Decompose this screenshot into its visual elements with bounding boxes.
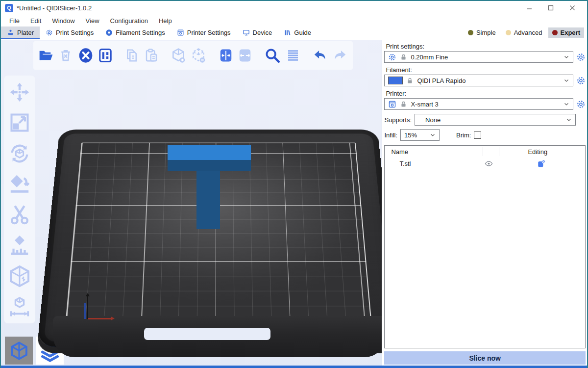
split-parts-icon: [238, 47, 252, 64]
cut-button[interactable]: [8, 203, 31, 227]
variable-layer-height-button[interactable]: [285, 45, 300, 66]
scale-button[interactable]: [8, 111, 31, 134]
printer-label: Printer:: [386, 90, 584, 97]
view-3d-editor-button[interactable]: [5, 337, 33, 365]
add-instance-icon: [171, 47, 186, 64]
z-axis-arrow: [87, 294, 88, 319]
window-title: *Untitled - QIDISlicer-1.0.2: [17, 4, 92, 12]
gear-icon: [576, 100, 586, 109]
column-separator: [499, 147, 499, 156]
close-button[interactable]: [562, 1, 583, 14]
model-front-face: [168, 160, 251, 171]
maximize-button[interactable]: [540, 1, 562, 14]
chevron-down-icon: [564, 101, 569, 107]
open-button[interactable]: [38, 45, 54, 66]
chevron-down-icon: [566, 117, 572, 123]
supports-combo[interactable]: None: [415, 114, 576, 126]
menu-help[interactable]: Help: [153, 16, 177, 26]
mode-expert[interactable]: Expert: [548, 27, 584, 38]
column-name: Name: [391, 148, 408, 156]
lock-icon: [400, 101, 407, 108]
tab-device[interactable]: Device: [237, 26, 278, 39]
menu-configuration[interactable]: Configuration: [105, 16, 153, 26]
filament-gear-button[interactable]: [576, 76, 586, 85]
delete-button[interactable]: [58, 45, 74, 66]
remove-instance-icon: [191, 47, 206, 64]
visibility-eye-icon[interactable]: [485, 160, 493, 167]
menu-edit[interactable]: Edit: [25, 16, 47, 26]
delete-all-button[interactable]: [78, 45, 94, 66]
expert-dot-icon: [552, 30, 558, 35]
sidebar: Print settings: 0.20mm Fine Filament: QI…: [382, 40, 587, 366]
print-settings-label: Print settings:: [386, 43, 584, 50]
top-toolbar: [33, 41, 353, 70]
split-to-parts-button[interactable]: [238, 45, 253, 66]
supports-label: Supports:: [384, 116, 412, 124]
add-instance-button[interactable]: [171, 45, 186, 66]
bed-handle-slot: [144, 328, 270, 340]
search-icon: [264, 47, 281, 64]
app-window: Q *Untitled - QIDISlicer-1.0.2 File Edit…: [0, 0, 588, 368]
cube-3d-icon: [9, 341, 29, 361]
minimize-button[interactable]: [518, 1, 540, 14]
supports-value: None: [418, 116, 563, 124]
printer-combo[interactable]: X-smart 3: [384, 98, 573, 110]
app-logo-icon: Q: [5, 4, 13, 12]
arrange-button[interactable]: [98, 45, 113, 66]
brim-checkbox[interactable]: [474, 131, 481, 139]
filament-value: QIDI PLA Rapido: [417, 77, 560, 84]
redo-button[interactable]: [332, 45, 348, 66]
copy-button[interactable]: [124, 45, 140, 66]
infill-combo[interactable]: 15%: [400, 129, 440, 141]
menu-bar: File Edit Window View Configuration Help: [1, 15, 587, 26]
model-top-face: [168, 145, 251, 160]
blue-axis-arrow: [84, 303, 86, 319]
undo-button[interactable]: [312, 45, 328, 66]
chevron-down-icon: [564, 54, 569, 60]
menu-view[interactable]: View: [80, 16, 105, 26]
scale-icon: [9, 112, 30, 133]
paint-supports-icon: [8, 234, 31, 257]
viewport-3d[interactable]: [1, 40, 382, 366]
paste-button[interactable]: [144, 45, 159, 66]
tab-guide[interactable]: Guide: [278, 26, 317, 39]
model-stem: [196, 171, 220, 229]
print-settings-gear-button[interactable]: [576, 52, 586, 62]
mode-switcher: Simple Advanced Expert: [464, 26, 587, 39]
object-row-t-stl[interactable]: T.stl: [385, 158, 585, 170]
print-settings-combo[interactable]: 0.20mm Fine: [384, 51, 573, 63]
window-bottom-accent: [1, 366, 587, 368]
profile-gear-icon: [388, 53, 396, 61]
search-button[interactable]: [264, 45, 281, 66]
tab-plater[interactable]: Plater: [1, 26, 40, 39]
object-list: Name Editing T.stl: [384, 145, 586, 348]
place-on-face-button[interactable]: [8, 172, 31, 196]
filament-combo[interactable]: QIDI PLA Rapido: [384, 75, 573, 86]
measure-button[interactable]: [8, 295, 31, 318]
mode-advanced[interactable]: Advanced: [502, 27, 546, 38]
rotate-button[interactable]: [8, 142, 31, 165]
tab-printer-settings[interactable]: Printer Settings: [171, 26, 237, 39]
split-to-objects-button[interactable]: [218, 45, 233, 66]
printer-gear-button[interactable]: [576, 99, 586, 109]
mode-simple[interactable]: Simple: [464, 27, 500, 38]
move-icon: [9, 81, 30, 103]
object-settings-icon[interactable]: [537, 159, 546, 168]
tab-filament-settings[interactable]: Filament Settings: [99, 26, 171, 39]
paste-icon: [144, 48, 159, 63]
paint-supports-button[interactable]: [8, 234, 31, 257]
menu-file[interactable]: File: [4, 16, 25, 26]
remove-instance-button[interactable]: [191, 45, 206, 66]
gear-icon: [576, 53, 586, 62]
seam-painting-button[interactable]: [8, 264, 31, 288]
menu-window[interactable]: Window: [47, 16, 80, 26]
tab-print-settings[interactable]: Print Settings: [40, 26, 99, 39]
arrange-icon: [98, 47, 113, 64]
infill-label: Infill:: [384, 131, 397, 139]
printer-icon: [388, 100, 396, 108]
lock-icon: [400, 53, 407, 61]
slice-now-button[interactable]: Slice now: [384, 351, 586, 365]
move-button[interactable]: [8, 80, 31, 104]
infill-value: 15%: [404, 131, 427, 139]
printer-icon: [177, 29, 184, 36]
